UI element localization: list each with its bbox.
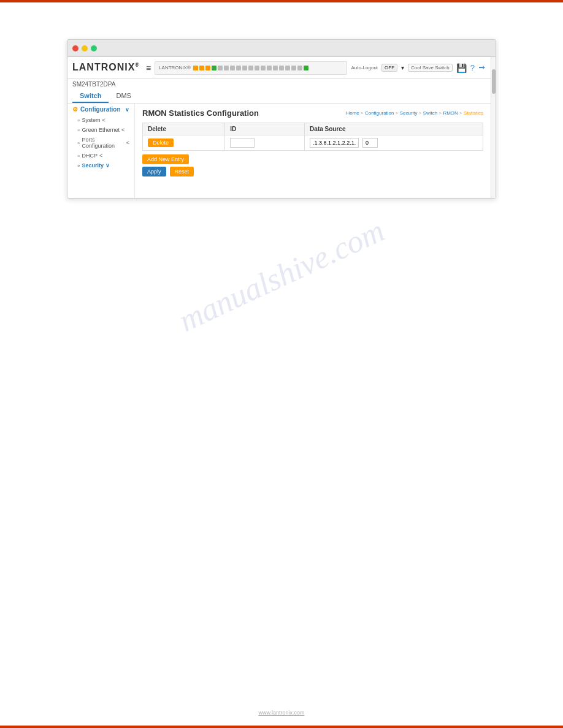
toggle-arrow-icon[interactable]: ▾: [401, 64, 404, 71]
port-9: [242, 66, 247, 70]
footer-link[interactable]: www.lantronix.com: [258, 710, 304, 716]
sidebar-item-green-ethernet[interactable]: » Green Ethernet <: [67, 125, 134, 135]
sidebar-item-dhcp[interactable]: » DHCP <: [67, 151, 134, 161]
page-title-row: RMON Statistics Configuration Home > Con…: [142, 108, 483, 118]
sidebar-item-system[interactable]: » System <: [67, 115, 134, 125]
browser-body: LANTRONIX® ≡ LANTRONIX®: [67, 57, 496, 198]
port-5: [218, 66, 223, 70]
action-buttons-row: Add New Entry: [142, 154, 483, 164]
breadcrumb-security[interactable]: Security: [400, 110, 418, 116]
port-3: [205, 66, 210, 70]
breadcrumb-sep5: >: [459, 110, 464, 116]
off-badge: OFF: [381, 64, 397, 72]
logout-icon[interactable]: ⮕: [478, 64, 486, 72]
port-11: [255, 66, 259, 70]
port-6: [224, 66, 229, 70]
sidebar-item-configuration[interactable]: ⚙ Configuration ∨: [67, 104, 134, 115]
bullet-icon: »: [77, 118, 80, 123]
tab-dms[interactable]: DMS: [109, 89, 138, 103]
sidebar-green-arrow-icon: <: [121, 127, 124, 133]
sidebar-ports-label: Ports Configuration: [82, 137, 124, 149]
help-icon[interactable]: ?: [470, 63, 475, 72]
port-17: [291, 66, 296, 70]
page-wrapper: LANTRONIX® ≡ LANTRONIX®: [0, 0, 563, 728]
apply-button[interactable]: Apply: [142, 167, 166, 176]
sidebar-item-configuration-label: Configuration: [80, 106, 121, 113]
id-input[interactable]: [230, 138, 255, 148]
sidebar-item-security[interactable]: » Security ∨: [67, 161, 134, 170]
scrollbar-thumb: [492, 69, 496, 94]
port-12: [261, 66, 266, 70]
breadcrumb-sep1: >: [361, 110, 365, 116]
browser-dot-red: [72, 45, 79, 51]
bullet-icon: »: [77, 127, 80, 133]
device-bar: LANTRONIX®: [155, 61, 347, 75]
port-4: [212, 66, 216, 70]
browser-window: LANTRONIX® ≡ LANTRONIX®: [67, 39, 496, 199]
sidebar: ⚙ Configuration ∨ » System < »: [67, 104, 135, 198]
breadcrumb-sep3: >: [419, 110, 423, 116]
reset-button[interactable]: Reset: [170, 167, 194, 176]
breadcrumb-home[interactable]: Home: [346, 110, 359, 116]
main-content: RMON Statistics Configuration Home > Con…: [135, 104, 491, 198]
col-datasource: Data Source: [305, 123, 483, 135]
breadcrumb-current: Statistics: [464, 110, 483, 116]
device-label: LANTRONIX®: [159, 65, 191, 70]
config-table: Delete ID Data Source Delete: [142, 123, 483, 151]
footer: www.lantronix.com: [0, 710, 563, 716]
port-18: [297, 66, 302, 70]
browser-dot-yellow: [82, 45, 88, 51]
datasource-cell: [305, 135, 483, 151]
logo: LANTRONIX®: [72, 62, 140, 73]
page-title: RMON Statistics Configuration: [142, 108, 259, 118]
breadcrumb-rmon[interactable]: RMON: [443, 110, 458, 116]
breadcrumb-config[interactable]: Configuration: [365, 110, 394, 116]
breadcrumb-sep2: >: [396, 110, 400, 116]
tab-switch[interactable]: Switch: [72, 89, 109, 103]
content-area: LANTRONIX® ≡ LANTRONIX®: [0, 2, 563, 217]
bottom-border: [0, 726, 563, 728]
sidebar-item-ports-config[interactable]: » Ports Configuration <: [67, 135, 134, 151]
sidebar-green-ethernet-label: Green Ethernet: [82, 127, 120, 133]
submit-buttons-row: Apply Reset: [142, 167, 483, 176]
datasource-input[interactable]: [310, 138, 359, 148]
gear-icon: ⚙: [72, 106, 78, 113]
port-13: [267, 66, 272, 70]
hamburger-icon[interactable]: ≡: [146, 63, 151, 73]
app-header: LANTRONIX® ≡ LANTRONIX®: [67, 57, 491, 79]
port-19: [304, 66, 308, 70]
browser-content: LANTRONIX® ≡ LANTRONIX®: [67, 57, 491, 198]
breadcrumb-switch[interactable]: Switch: [423, 110, 438, 116]
delete-cell: Delete: [143, 135, 225, 151]
port-1: [193, 66, 198, 70]
watermark: manualshive.com: [173, 212, 389, 339]
scrollbar[interactable]: [491, 57, 496, 198]
main-layout: ⚙ Configuration ∨ » System < »: [67, 104, 491, 198]
datasource-num-input[interactable]: [362, 138, 378, 148]
delete-button[interactable]: Delete: [148, 138, 174, 147]
col-delete: Delete: [143, 123, 225, 135]
browser-chrome: [67, 40, 496, 57]
sidebar-dhcp-label: DHCP: [82, 153, 98, 159]
save-icon[interactable]: 💾: [456, 63, 467, 73]
browser-dot-green: [91, 45, 97, 51]
model-name: SM24TBT2DPA: [72, 79, 486, 89]
bullet-icon: »: [77, 163, 80, 169]
id-cell: [225, 135, 305, 151]
logo-reg: ®: [135, 62, 140, 68]
bullet-icon: »: [77, 140, 80, 146]
col-id: ID: [225, 123, 305, 135]
port-7: [230, 66, 235, 70]
auto-logout-label: Auto-Logout: [351, 65, 378, 70]
sidebar-security-arrow-icon: ∨: [105, 162, 110, 169]
sidebar-arrow-down-icon: ∨: [125, 107, 129, 113]
port-8: [236, 66, 241, 70]
table-row: Delete: [143, 135, 483, 151]
sidebar-security-label: Security: [82, 162, 104, 169]
port-15: [279, 66, 284, 70]
port-2: [199, 66, 204, 70]
cool-save-button[interactable]: Cool Save Switch: [408, 64, 453, 72]
header-right-controls: Auto-Logout OFF ▾ Cool Save Switch 💾 ? ⮕: [351, 63, 486, 73]
add-new-entry-button[interactable]: Add New Entry: [142, 154, 189, 164]
tab-row: Switch DMS: [72, 89, 486, 103]
